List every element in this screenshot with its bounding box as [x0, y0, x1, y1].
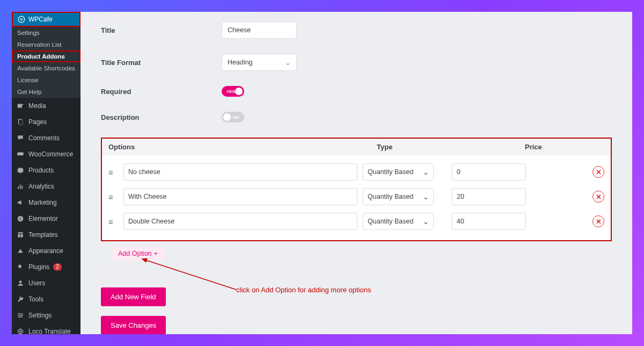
- add-option-label: Add Option: [118, 250, 152, 257]
- media-icon: [16, 102, 25, 110]
- field-title: Title: [101, 21, 612, 39]
- title-format-label: Title Format: [101, 59, 222, 67]
- chevron-down-icon: ⌄: [423, 168, 429, 176]
- drag-handle-icon[interactable]: ≡: [108, 168, 118, 177]
- options-col-type: Type: [377, 143, 525, 151]
- sidebar-item-label: Users: [28, 279, 45, 287]
- sidebar-item-label: WooCommerce: [28, 150, 73, 158]
- chevron-down-icon: ⌄: [423, 193, 429, 201]
- woo-icon: [16, 150, 25, 158]
- field-title-format: Title Format Heading ⌄: [101, 54, 612, 71]
- toggle-knob: [223, 113, 231, 121]
- sidebar-sub-reservation-list[interactable]: Reservation List: [12, 39, 80, 51]
- option-type-select[interactable]: Quantity Based⌄: [363, 188, 434, 205]
- option-price-input[interactable]: [452, 163, 526, 181]
- sidebar-item-label: Plugins: [28, 263, 49, 271]
- settings-icon: [16, 311, 25, 320]
- svg-point-14: [19, 280, 22, 283]
- sidebar-item-loco[interactable]: Loco Translate: [12, 323, 80, 334]
- required-toggle[interactable]: YES: [222, 86, 244, 97]
- sidebar-item-users[interactable]: Users: [12, 275, 80, 291]
- svg-rect-5: [17, 153, 24, 156]
- svg-rect-1: [18, 104, 22, 108]
- toggle-on-text: YES: [224, 89, 235, 94]
- title-input[interactable]: [222, 21, 297, 39]
- field-required: Required YES: [101, 86, 612, 97]
- sidebar-item-label: Loco Translate: [28, 328, 71, 334]
- sidebar-item-label: Appearance: [28, 247, 63, 255]
- sidebar-item-pages[interactable]: Pages: [12, 114, 80, 130]
- drag-handle-icon[interactable]: ≡: [108, 192, 118, 201]
- option-name-input[interactable]: [123, 163, 357, 181]
- admin-sidebar: WPCafe Settings Reservation List Product…: [12, 12, 80, 334]
- option-row: ≡ Quantity Based⌄ ✕: [108, 184, 604, 209]
- required-label: Required: [101, 88, 222, 96]
- options-rows: ≡ Quantity Based⌄ ✕ ≡ Quantity Based⌄ ✕: [102, 155, 611, 240]
- sidebar-item-label: Templates: [28, 231, 58, 239]
- sidebar-item-media[interactable]: Media: [12, 98, 80, 114]
- sidebar-item-tools[interactable]: Tools: [12, 291, 80, 307]
- sidebar-item-plugins[interactable]: Plugins 2: [12, 259, 80, 275]
- sidebar-item-products[interactable]: Products: [12, 162, 80, 178]
- sidebar-item-label: Comments: [28, 134, 60, 142]
- svg-point-18: [19, 313, 20, 314]
- product-icon: [16, 166, 25, 175]
- sidebar-wpcafe-label: WPCafe: [28, 16, 53, 23]
- svg-rect-8: [21, 185, 23, 189]
- field-description: Description NO: [101, 112, 612, 122]
- title-label: Title: [101, 26, 222, 34]
- sidebar-item-label: Analytics: [28, 183, 54, 190]
- sidebar-sub-get-help[interactable]: Get Help: [12, 86, 80, 98]
- marketing-icon: [16, 198, 25, 207]
- sidebar-item-label: Media: [28, 102, 46, 110]
- description-toggle[interactable]: NO: [222, 112, 244, 122]
- option-delete-button[interactable]: ✕: [592, 166, 604, 178]
- add-new-field-button[interactable]: Add New Field: [101, 287, 166, 306]
- sidebar-item-label: Marketing: [28, 199, 57, 206]
- sidebar-item-woocommerce[interactable]: WooCommerce: [12, 146, 80, 162]
- plus-icon: +: [154, 250, 158, 257]
- option-price-input[interactable]: [452, 188, 526, 205]
- drag-handle-icon[interactable]: ≡: [108, 217, 118, 226]
- sidebar-item-analytics[interactable]: Analytics: [12, 178, 80, 194]
- options-col-options: Options: [108, 143, 377, 151]
- templates-icon: [16, 230, 25, 239]
- option-name-input[interactable]: [123, 188, 357, 205]
- sidebar-item-label: Products: [28, 167, 54, 174]
- sidebar-item-marketing[interactable]: Marketing: [12, 194, 80, 211]
- tools-icon: [16, 295, 25, 304]
- sidebar-wpcafe-header[interactable]: WPCafe: [12, 12, 80, 27]
- option-delete-button[interactable]: ✕: [592, 215, 604, 227]
- sidebar-item-elementor[interactable]: E Elementor: [12, 211, 80, 227]
- option-type-select[interactable]: Quantity Based⌄: [363, 163, 434, 181]
- sidebar-item-settings[interactable]: Settings: [12, 307, 80, 323]
- main-content: Title Title Format Heading ⌄ Required YE…: [80, 12, 632, 334]
- analytics-icon: [16, 182, 25, 191]
- sidebar-sub-shortcodes[interactable]: Available Shortcodes: [12, 62, 80, 74]
- sidebar-sub-settings[interactable]: Settings: [12, 27, 80, 39]
- svg-rect-12: [18, 234, 20, 237]
- option-price-input[interactable]: [452, 213, 526, 230]
- sidebar-sub-product-addons[interactable]: Product Addons: [12, 51, 80, 62]
- sidebar-item-label: Tools: [28, 295, 43, 303]
- add-option-button[interactable]: Add Option +: [112, 247, 164, 261]
- sidebar-sub-license[interactable]: License: [12, 74, 80, 86]
- option-type-select[interactable]: Quantity Based⌄: [363, 213, 434, 230]
- save-changes-button[interactable]: Save Changes: [101, 316, 166, 334]
- page-icon: [16, 118, 25, 126]
- svg-rect-7: [20, 185, 21, 189]
- sidebar-item-appearance[interactable]: Appearance: [12, 243, 80, 259]
- option-delete-button[interactable]: ✕: [592, 191, 604, 203]
- toggle-knob: [235, 88, 243, 95]
- svg-rect-6: [18, 186, 19, 189]
- sidebar-item-templates[interactable]: Templates: [12, 227, 80, 243]
- title-format-select[interactable]: Heading ⌄: [222, 54, 297, 71]
- sidebar-item-label: Pages: [28, 118, 47, 126]
- option-name-input[interactable]: [123, 213, 357, 230]
- annotation-text: click on Add Option for adding more opti…: [236, 286, 371, 294]
- sidebar-item-label: Settings: [28, 312, 52, 319]
- sidebar-item-comments[interactable]: Comments: [12, 130, 80, 146]
- sidebar-item-label: Elementor: [28, 215, 58, 222]
- svg-text:E: E: [19, 217, 21, 220]
- svg-line-22: [142, 259, 236, 290]
